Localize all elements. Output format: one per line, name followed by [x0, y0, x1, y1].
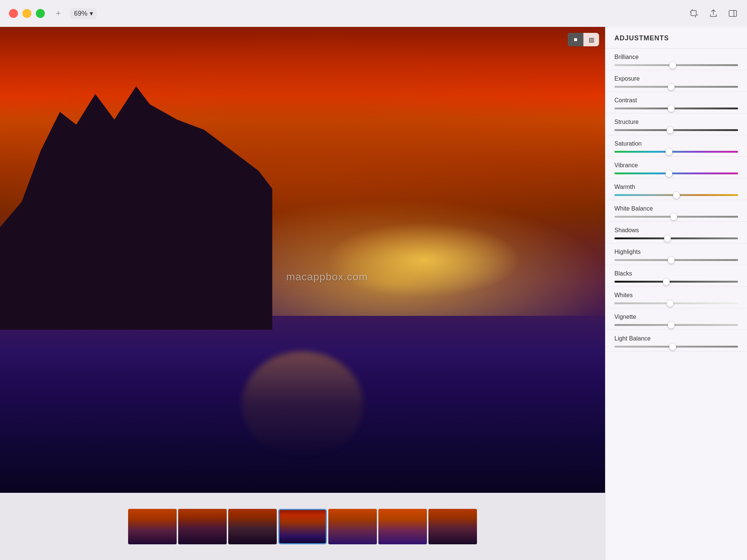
adjustment-brilliance: Brilliance	[605, 49, 747, 70]
vignette-slider[interactable]	[614, 324, 738, 326]
highlights-slider[interactable]	[614, 259, 738, 261]
new-tab-button[interactable]: +	[52, 7, 64, 19]
adjustment-whites: Whites	[605, 287, 747, 308]
highlights-thumb[interactable]	[668, 257, 675, 264]
warmth-label: Warmth	[614, 184, 738, 190]
vibrance-label: Vibrance	[614, 162, 738, 169]
film-thumb-5[interactable]	[328, 509, 377, 544]
filmstrip	[0, 493, 605, 560]
contrast-label: Contrast	[614, 97, 738, 104]
film-thumb-2[interactable]	[178, 509, 227, 544]
svg-rect-0	[691, 10, 696, 16]
vibrance-slider[interactable]	[614, 172, 738, 174]
adjustments-panel: ADJUSTMENTS Brilliance Exposure Contrast…	[605, 27, 747, 560]
lightbalance-slider[interactable]	[614, 346, 738, 348]
adjustment-structure: Structure	[605, 113, 747, 135]
adjustment-saturation: Saturation	[605, 135, 747, 157]
sidebar-icon[interactable]	[728, 8, 738, 19]
vignette-thumb[interactable]	[668, 322, 675, 329]
highlights-label: Highlights	[614, 249, 738, 255]
traffic-lights	[9, 9, 45, 18]
saturation-label: Saturation	[614, 140, 738, 147]
film-thumb-image-1	[128, 509, 177, 544]
film-thumb-image-7	[428, 509, 477, 544]
whitebalance-slider[interactable]	[614, 216, 738, 218]
film-thumb-1[interactable]	[128, 509, 177, 544]
contrast-slider[interactable]	[614, 108, 738, 109]
film-thumb-4[interactable]	[278, 509, 327, 544]
lightbalance-thumb[interactable]	[669, 343, 676, 350]
structure-slider[interactable]	[614, 129, 738, 131]
water-reflection	[0, 316, 605, 493]
adjustment-lightbalance: Light Balance	[605, 330, 747, 352]
structure-thumb[interactable]	[667, 127, 673, 134]
minimize-button[interactable]	[22, 9, 31, 18]
solid-icon: ■	[574, 36, 577, 43]
vignette-label: Vignette	[614, 314, 738, 320]
whitebalance-label: White Balance	[614, 205, 738, 212]
adjustment-shadows: Shadows	[605, 222, 747, 243]
adjustment-vibrance: Vibrance	[605, 157, 747, 178]
adjustments-header: ADJUSTMENTS	[605, 27, 747, 49]
whitebalance-thumb[interactable]	[670, 214, 677, 220]
split-view-button[interactable]: ▨	[583, 33, 599, 46]
blacks-label: Blacks	[614, 270, 738, 277]
shadows-thumb[interactable]	[664, 235, 671, 242]
watermark: macappbox.com	[286, 271, 368, 283]
brilliance-slider[interactable]	[614, 64, 738, 66]
split-icon: ▨	[589, 36, 594, 43]
film-thumb-image-5	[328, 509, 377, 544]
whites-slider[interactable]	[614, 302, 738, 304]
titlebar: + 69% ▾	[0, 0, 747, 27]
main-content: ■ ▨ macappbox.com	[0, 27, 747, 560]
zoom-value: 69%	[74, 10, 87, 18]
single-view-button[interactable]: ■	[568, 33, 583, 46]
zoom-arrow-icon: ▾	[90, 9, 93, 18]
exposure-thumb[interactable]	[668, 84, 675, 90]
zoom-dropdown[interactable]: 69% ▾	[70, 8, 97, 19]
crop-icon[interactable]	[689, 8, 699, 19]
exposure-label: Exposure	[614, 75, 738, 82]
titlebar-actions	[689, 8, 738, 19]
adjustment-highlights: Highlights	[605, 243, 747, 265]
film-thumb-7[interactable]	[428, 509, 477, 544]
blacks-slider[interactable]	[614, 281, 738, 283]
warmth-thumb[interactable]	[673, 192, 680, 199]
saturation-slider[interactable]	[614, 151, 738, 153]
brilliance-label: Brilliance	[614, 54, 738, 60]
brilliance-thumb[interactable]	[669, 62, 676, 69]
svg-rect-5	[729, 10, 737, 16]
adjustment-contrast: Contrast	[605, 92, 747, 113]
image-panel: ■ ▨ macappbox.com	[0, 27, 605, 560]
whites-thumb[interactable]	[667, 300, 673, 307]
share-icon[interactable]	[708, 8, 719, 19]
film-strip-container	[128, 509, 477, 544]
contrast-thumb[interactable]	[668, 105, 675, 112]
film-thumb-6[interactable]	[378, 509, 427, 544]
adjustment-warmth: Warmth	[605, 178, 747, 200]
vibrance-thumb[interactable]	[666, 170, 672, 177]
fullscreen-button[interactable]	[36, 9, 45, 18]
shadows-label: Shadows	[614, 227, 738, 234]
view-toggle: ■ ▨	[568, 33, 599, 46]
film-thumb-image-2	[178, 509, 227, 544]
lightbalance-label: Light Balance	[614, 335, 738, 342]
main-image: macappbox.com	[0, 27, 605, 493]
film-thumb-image-6	[378, 509, 427, 544]
warmth-slider[interactable]	[614, 194, 738, 196]
adjustment-vignette: Vignette	[605, 308, 747, 330]
adjustment-exposure: Exposure	[605, 70, 747, 92]
film-thumb-image-4	[279, 510, 326, 543]
adjustment-blacks: Blacks	[605, 265, 747, 287]
whites-label: Whites	[614, 292, 738, 299]
film-thumb-3[interactable]	[228, 509, 277, 544]
film-thumb-image-3	[228, 509, 277, 544]
saturation-thumb[interactable]	[666, 149, 672, 155]
sunset-photo: macappbox.com	[0, 27, 605, 493]
exposure-slider[interactable]	[614, 86, 738, 88]
structure-label: Structure	[614, 119, 738, 125]
close-button[interactable]	[9, 9, 18, 18]
blacks-thumb[interactable]	[663, 279, 670, 285]
shadows-slider[interactable]	[614, 237, 738, 239]
adjustment-whitebalance: White Balance	[605, 200, 747, 222]
